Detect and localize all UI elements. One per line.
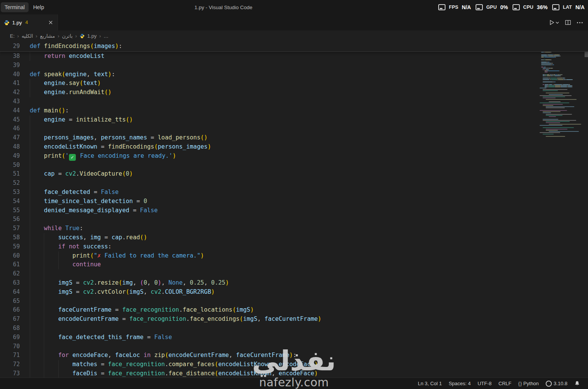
- code-text: face_detected = False: [30, 188, 119, 197]
- indent-guide: [30, 197, 30, 206]
- indent-guide: [44, 288, 44, 297]
- code-line[interactable]: 64 imgS = cv2.cvtColor(imgS, cv2.COLOR_B…: [0, 288, 588, 297]
- breadcrumb-item[interactable]: …: [104, 33, 109, 39]
- code-line[interactable]: 52: [0, 179, 588, 188]
- indent-guide: [44, 233, 44, 242]
- code-text: return encodeList: [30, 52, 104, 61]
- eol-setting[interactable]: CRLF: [495, 381, 515, 386]
- code-line[interactable]: 72 matches = face_recognition.compare_fa…: [0, 360, 588, 369]
- code-text: def main():: [30, 106, 69, 115]
- code-line[interactable]: 44def main():: [0, 106, 588, 115]
- encoding-setting[interactable]: UTF-8: [474, 381, 495, 386]
- code-line[interactable]: 40def speak(engine, text):: [0, 70, 588, 79]
- notifications-bell[interactable]: [571, 381, 583, 386]
- indentation-setting[interactable]: Spaces: 4: [445, 381, 474, 386]
- code-line[interactable]: 65: [0, 297, 588, 306]
- code-line[interactable]: 38 return encodeList: [0, 52, 588, 61]
- code-line[interactable]: 56: [0, 215, 588, 224]
- language-mode[interactable]: { } Python: [515, 381, 542, 386]
- code-line[interactable]: 39: [0, 61, 588, 70]
- indent-guide: [44, 306, 44, 315]
- sticky-line[interactable]: 29def findEncodings(images):: [0, 41, 588, 52]
- indent-guide: [30, 124, 30, 133]
- indent-guide: [44, 269, 44, 279]
- line-number: 68: [0, 324, 20, 333]
- tab-label: 1.py: [12, 20, 22, 26]
- code-line[interactable]: 50: [0, 161, 588, 170]
- code-line[interactable]: 55 denied_message_displayed = False: [0, 206, 588, 215]
- line-number: 59: [0, 242, 20, 251]
- indent-guide: [30, 260, 30, 269]
- cpu-label: CPU: [523, 5, 534, 10]
- breadcrumb-item[interactable]: E:: [10, 33, 14, 39]
- code-line[interactable]: 69 face_detected_this_frame = False: [0, 333, 588, 342]
- code-line[interactable]: 68: [0, 324, 588, 333]
- menu-terminal[interactable]: Terminal: [1, 2, 29, 12]
- line-number: 42: [0, 88, 20, 97]
- code-editor[interactable]: 29def findEncodings(images): 38 return e…: [0, 41, 588, 378]
- code-line[interactable]: 48 encodeListKnown = findEncodings(perso…: [0, 142, 588, 152]
- chevron-right-icon: ›: [17, 33, 19, 39]
- code-line[interactable]: 41 engine.say(text): [0, 79, 588, 88]
- code-line[interactable]: 67 encodeCurentFrame = face_recognition.…: [0, 315, 588, 324]
- code-line[interactable]: 42 engine.runAndWait(): [0, 88, 588, 97]
- indent-guide: [30, 333, 30, 342]
- line-number: 52: [0, 179, 20, 188]
- menu-help[interactable]: Help: [29, 2, 48, 12]
- code-line[interactable]: 58 success, img = cap.read(): [0, 233, 588, 242]
- tab-1py[interactable]: 1.py 4: [0, 14, 58, 30]
- breadcrumb-item[interactable]: مشاريع: [40, 33, 55, 39]
- code-text: imgS = cv2.resize(img, (0, 0), None, 0.2…: [30, 279, 229, 288]
- code-line[interactable]: 63 imgS = cv2.resize(img, (0, 0), None, …: [0, 279, 588, 288]
- indent-guide: [44, 297, 44, 306]
- code-line[interactable]: 29def findEncodings(images):: [0, 42, 588, 51]
- breadcrumb-item[interactable]: الكليه: [22, 33, 33, 39]
- code-line[interactable]: 46: [0, 124, 588, 133]
- code-line[interactable]: 70: [0, 342, 588, 351]
- indent-guide: [58, 369, 59, 378]
- code-line[interactable]: 73 faceDis = face_recognition.face_dista…: [0, 369, 588, 378]
- split-editor-icon[interactable]: [565, 20, 571, 25]
- code-line[interactable]: 60 print("✗ Failed to read the camera."): [0, 251, 588, 261]
- python-interpreter[interactable]: 3.10.8: [542, 381, 571, 387]
- tab-close-icon[interactable]: [48, 19, 54, 26]
- window-title: 1.py - Visual Studio Code: [194, 5, 252, 10]
- line-number: 61: [0, 260, 20, 269]
- code-line[interactable]: 43: [0, 97, 588, 106]
- code-text: imgS = cv2.cvtColor(imgS, cv2.COLOR_BGR2…: [30, 288, 215, 297]
- breadcrumb-item[interactable]: 1.py: [87, 33, 97, 39]
- code-line[interactable]: 71 for encodeFace, faceLoc in zip(encode…: [0, 351, 588, 360]
- code-line[interactable]: 57 while True:: [0, 224, 588, 233]
- line-number: 44: [0, 106, 20, 115]
- breadcrumb-item[interactable]: باترن: [62, 33, 73, 39]
- indent-guide: [30, 133, 30, 142]
- code-line[interactable]: 51 cap = cv2.VideoCapture(0): [0, 170, 588, 179]
- vscode-window: Terminal Help 1.py - Visual Studio Code …: [0, 0, 588, 389]
- line-number: 62: [0, 269, 20, 279]
- code-line[interactable]: 47 persons_images, persons_names = load_…: [0, 133, 588, 142]
- indent-guide: [30, 161, 30, 170]
- code-line[interactable]: 61 continue: [0, 260, 588, 269]
- code-line[interactable]: 53 face_detected = False: [0, 188, 588, 197]
- code-line[interactable]: 54 time_since_last_detection = 0: [0, 197, 588, 206]
- code-text: for encodeFace, faceLoc in zip(encodeCur…: [30, 351, 296, 360]
- code-line[interactable]: 66 faceCurentFrame = face_recognition.fa…: [0, 306, 588, 315]
- indent-guide: [30, 179, 30, 188]
- line-number: 29: [0, 42, 20, 51]
- code-text: cap = cv2.VideoCapture(0): [30, 170, 133, 179]
- line-number: 38: [0, 52, 20, 61]
- indent-guide: [58, 260, 59, 269]
- line-number: 43: [0, 97, 20, 106]
- minimap[interactable]: [539, 42, 584, 137]
- line-number: 55: [0, 206, 20, 215]
- indent-guide: [30, 115, 30, 125]
- line-number: 73: [0, 369, 20, 378]
- run-python-file-button[interactable]: [549, 19, 559, 26]
- code-line[interactable]: 49 print('✓ Face encodings are ready.'): [0, 152, 588, 161]
- line-number: 70: [0, 342, 20, 351]
- cursor-position[interactable]: Ln 3, Col 1: [415, 381, 445, 386]
- code-line[interactable]: 59 if not success:: [0, 242, 588, 251]
- more-actions-icon[interactable]: [577, 22, 583, 23]
- code-line[interactable]: 45 engine = initialize_tts(): [0, 115, 588, 125]
- code-line[interactable]: 62: [0, 269, 588, 279]
